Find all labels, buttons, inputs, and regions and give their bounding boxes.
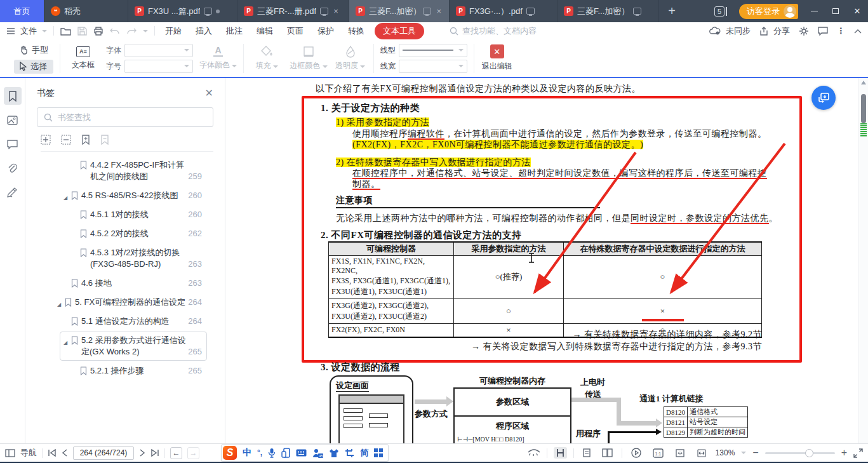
zoom-level-value[interactable]: 130% — [716, 448, 735, 457]
font-color-button[interactable]: A 字体颜色 — [199, 41, 237, 76]
collapse-ribbon-icon[interactable] — [854, 29, 862, 34]
minimize-button[interactable] — [803, 0, 825, 22]
vertical-scrollbar[interactable] — [858, 78, 868, 443]
navigation-toggle[interactable]: 导航 — [5, 447, 37, 459]
eye-protect-icon[interactable] — [528, 449, 540, 457]
new-tab-button[interactable]: + — [659, 0, 684, 22]
custom-phrase-icon[interactable]: 45 — [312, 448, 323, 458]
zoom-in-button[interactable]: + — [841, 447, 847, 459]
zoom-slider-knob[interactable] — [805, 449, 813, 457]
actual-size-button[interactable]: 1:1 — [650, 447, 666, 459]
textbox-button[interactable]: A≡ 文本框 — [67, 41, 100, 76]
ime-toolbox-icon[interactable] — [374, 448, 383, 457]
zoom-slider[interactable] — [765, 452, 835, 454]
menu-edit[interactable]: 编辑 — [253, 25, 277, 37]
menu-start[interactable]: 开始 — [161, 25, 185, 37]
gear-icon[interactable] — [799, 26, 809, 36]
bookmark-item[interactable]: ◢ 5. FX可编程控制器的通信设定 264 — [32, 297, 216, 308]
redo-icon[interactable] — [126, 27, 137, 35]
bookmark-item[interactable]: 4.5.3 1对/2对接线的切换(FX3G-485-BD-RJ) 263 — [32, 247, 216, 270]
undo-icon[interactable] — [110, 27, 120, 35]
scrollbar-thumb[interactable] — [861, 94, 866, 123]
search-input[interactable]: 查找功能、文档内容 — [450, 25, 537, 37]
font-select[interactable] — [124, 44, 193, 57]
exit-edit-button[interactable]: ✕ 退出编辑 — [481, 41, 514, 76]
bookmark-item[interactable]: 4.4.2 FX-485PC-IF和计算机之间的接线图 259 — [32, 159, 216, 182]
play-presentation-button[interactable] — [629, 446, 644, 459]
comments-panel-button[interactable] — [4, 135, 22, 153]
share-button[interactable]: 分享 — [759, 25, 790, 37]
prev-page-button[interactable] — [62, 449, 68, 457]
monitor-icon[interactable] — [526, 8, 535, 15]
monitor-icon[interactable] — [423, 8, 431, 15]
fullscreen-icon[interactable] — [853, 448, 863, 458]
single-page-button[interactable] — [580, 447, 593, 459]
phone-icon[interactable] — [281, 448, 290, 458]
linetype-select[interactable] — [399, 44, 467, 57]
fit-page-button[interactable] — [672, 447, 688, 459]
first-page-button[interactable] — [48, 449, 57, 457]
bookmark-item[interactable]: 4.5.1 1对的接线 260 — [32, 209, 216, 220]
float-action-button[interactable] — [811, 86, 836, 110]
tab-doc-fx3u[interactable]: P FX3U ...篇.pdf — [128, 0, 237, 22]
tab-doc-mitsubishi[interactable]: P 三菱F...加密） — [558, 0, 659, 22]
monitor-icon[interactable] — [320, 8, 328, 15]
zoom-out-button[interactable]: − — [752, 447, 758, 459]
tab-doc-fx3g[interactable]: P FX3G·...）.pdf — [450, 0, 558, 22]
print-icon[interactable] — [93, 27, 103, 36]
bookmarks-panel-button[interactable] — [4, 87, 22, 105]
add-bookmark-icon[interactable] — [81, 135, 90, 145]
select-tool-button[interactable]: 选择 — [14, 60, 53, 74]
sync-status[interactable]: 未同步 — [709, 25, 751, 37]
fontsize-select[interactable] — [124, 60, 193, 73]
close-tab-icon[interactable]: × — [332, 6, 340, 16]
expand-all-icon[interactable] — [41, 135, 51, 145]
menu-convert[interactable]: 转换 — [344, 25, 368, 37]
next-page-button[interactable] — [139, 449, 145, 457]
attachments-panel-button[interactable] — [4, 159, 22, 177]
bookmark-item[interactable]: ◢ 4.5 RS-485/RS-422接线图 260 — [32, 190, 216, 201]
menu-annotate[interactable]: 批注 — [222, 25, 246, 37]
close-window-button[interactable]: ✕ — [846, 0, 868, 22]
microphone-icon[interactable] — [268, 448, 276, 458]
tab-home[interactable]: 首页 — [0, 0, 44, 22]
bookmark-item[interactable]: 5.1 通信设定方法的构造 264 — [32, 316, 216, 327]
opacity-button[interactable]: 透明度 — [334, 41, 367, 76]
file-menu[interactable]: 文件 — [6, 25, 47, 37]
collapse-all-icon[interactable] — [61, 135, 71, 145]
monitor-icon[interactable] — [204, 8, 212, 15]
two-page-button[interactable] — [599, 447, 615, 459]
tab-list-button[interactable]: 5 — [708, 0, 734, 22]
close-tab-icon[interactable]: × — [435, 6, 443, 16]
more-actions-chevron-icon[interactable] — [143, 30, 148, 32]
linewidth-select[interactable] — [399, 60, 467, 73]
fit-width-button[interactable] — [694, 447, 709, 459]
signature-panel-button[interactable] — [4, 184, 22, 201]
open-folder-icon[interactable] — [60, 27, 71, 36]
history-back-button[interactable]: ← — [170, 447, 182, 459]
feedback-icon[interactable] — [818, 27, 828, 36]
more-menu-icon[interactable]: ⋮ — [837, 26, 845, 36]
screenshot-icon[interactable] — [345, 448, 354, 458]
menu-page[interactable]: 页面 — [283, 25, 307, 37]
soft-keyboard-icon[interactable] — [296, 449, 307, 457]
login-button[interactable]: 访客登录 — [739, 4, 798, 19]
tab-docer[interactable]: ❝ 稻壳 — [44, 0, 128, 22]
expander-icon[interactable]: ◢ — [63, 192, 67, 204]
bookmark-item[interactable]: 4.6 接地 263 — [32, 278, 216, 289]
document-page[interactable]: 以下介绍了有关FX可编程控制器通信设定方法的种类以及设定内容的反映方法。 1. … — [225, 78, 858, 443]
bookmark-item[interactable]: 5.2.1 操作步骤 265 — [32, 365, 216, 377]
chinese-mode-icon[interactable]: 中 — [243, 447, 251, 459]
restore-button[interactable] — [825, 0, 846, 22]
monitor-icon[interactable] — [633, 8, 641, 15]
close-panel-icon[interactable]: ✕ — [205, 87, 213, 99]
skin-icon[interactable] — [329, 448, 339, 458]
bookmark-item-selected[interactable]: ◢ 5.2 采用参数方式进行通信设定(GX Works 2) 265 — [32, 335, 216, 358]
sogou-logo-icon[interactable]: S — [223, 446, 237, 460]
expander-icon[interactable]: ◢ — [63, 337, 67, 349]
last-page-button[interactable] — [150, 449, 159, 457]
tab-doc-fr[interactable]: P 三菱FR-...册.pdf × — [237, 0, 349, 22]
menu-insert[interactable]: 插入 — [192, 25, 216, 37]
tab-text-tool[interactable]: 文本工具 — [375, 23, 424, 39]
border-color-button[interactable]: 边框颜色 — [290, 41, 327, 76]
